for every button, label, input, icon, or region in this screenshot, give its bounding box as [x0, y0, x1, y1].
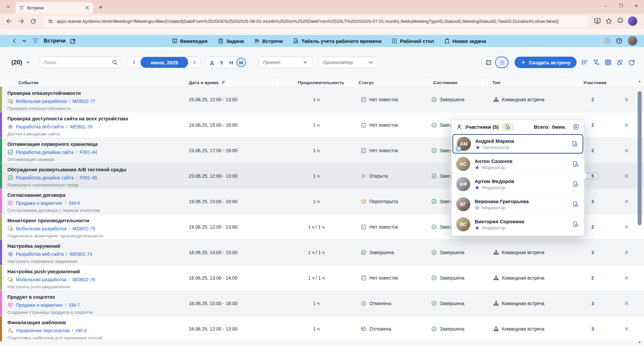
sort-icon[interactable] — [221, 80, 226, 85]
task-code-link[interactable]: WEB01-76 — [69, 124, 92, 129]
nav-dropdown-icon[interactable] — [21, 38, 28, 44]
task-code-link[interactable]: MOB02-75 — [72, 226, 95, 231]
participant-row[interactable]: АС Антон Сазонов Модератор — [451, 154, 584, 174]
user-avatar[interactable] — [628, 36, 637, 46]
organizer-select[interactable]: Организатор — [318, 57, 378, 68]
list-view-button[interactable] — [495, 57, 508, 68]
menu-item-grid[interactable]: Рабочий стол — [391, 38, 434, 44]
delete-meeting-button[interactable] — [620, 275, 633, 281]
browser-profile-avatar[interactable] — [628, 16, 637, 26]
task-code-link[interactable]: F001-44 — [79, 150, 97, 155]
project-link[interactable]: Продажи и маркетинг — [16, 200, 63, 206]
task-code-link[interactable]: F001-45 — [79, 175, 97, 180]
participants-count[interactable]: 3 — [575, 326, 611, 332]
link-button[interactable] — [616, 59, 624, 66]
minimize-button[interactable]: – — [598, 0, 613, 11]
table-row[interactable]: Настройка push-уведомлений Мобильная раз… — [0, 265, 644, 291]
column-header[interactable]: Дата и время — [189, 80, 226, 85]
bookmark-icon[interactable] — [605, 17, 612, 25]
vertical-scrollbar[interactable] — [637, 79, 642, 345]
install-app-icon[interactable] — [594, 17, 601, 25]
participants-count[interactable]: 3 — [575, 250, 611, 255]
extensions-icon[interactable] — [616, 17, 624, 25]
participant-row[interactable]: АМ Андрей Марков Организатор — [452, 134, 583, 154]
search-input[interactable] — [43, 60, 112, 65]
project-link[interactable]: Разработка веб-сайта — [16, 251, 64, 257]
sort-button[interactable] — [581, 59, 588, 66]
column-header[interactable]: Участники — [583, 80, 606, 85]
column-header[interactable]: Продолжительность — [298, 80, 344, 85]
delete-meeting-button[interactable] — [620, 122, 633, 128]
forward-button[interactable] — [16, 16, 26, 26]
column-header[interactable]: Тип — [492, 80, 500, 85]
period-option-Н[interactable]: Н — [227, 58, 236, 67]
period-option-М[interactable]: М — [236, 58, 246, 67]
popup-close-button[interactable] — [573, 123, 580, 130]
search-icon[interactable] — [112, 59, 118, 65]
table-row[interactable]: Проверка отказоустойчивости Мобильная ра… — [0, 87, 644, 112]
participant-timesheet-icon[interactable] — [572, 161, 579, 167]
delete-meeting-button[interactable] — [620, 199, 633, 204]
menu-item-clipboardplus[interactable]: Новая задача — [444, 38, 486, 44]
project-link[interactable]: Разработка дизайна сайта — [16, 175, 74, 180]
create-meeting-button[interactable]: Создать встречу — [515, 57, 577, 68]
scroll-up-icon[interactable] — [637, 79, 642, 84]
participant-timesheet-icon[interactable] — [572, 221, 579, 228]
refresh-button[interactable] — [628, 59, 635, 66]
reload-button[interactable] — [28, 16, 38, 26]
records-count-dropdown[interactable]: (20) — [11, 59, 31, 66]
scroll-down-icon[interactable] — [637, 340, 642, 345]
month-pill[interactable]: июня, 2025 — [141, 57, 188, 68]
help-icon[interactable]: ? — [616, 38, 623, 44]
next-month-button[interactable] — [188, 57, 201, 68]
calendar-view-button[interactable] — [482, 57, 495, 68]
project-select[interactable]: Проект — [259, 57, 312, 68]
delete-meeting-button[interactable] — [620, 97, 633, 102]
participants-count[interactable]: 2 — [575, 97, 611, 102]
participant-row[interactable]: ВГ Вероника Григорьева Модератор — [451, 194, 584, 214]
menu-item-people[interactable]: Встречи — [254, 38, 283, 44]
scrollbar-thumb[interactable] — [638, 91, 642, 225]
open-in-new-icon[interactable] — [70, 38, 76, 44]
delete-meeting-button[interactable] — [620, 224, 633, 230]
site-settings-icon[interactable] — [48, 18, 53, 24]
prev-month-button[interactable] — [128, 57, 141, 68]
task-code-link[interactable]: WEB01-74 — [69, 251, 92, 257]
project-link[interactable]: Мобильная разработка — [16, 226, 66, 231]
delete-meeting-button[interactable] — [620, 250, 633, 255]
delete-meeting-button[interactable] — [620, 148, 633, 153]
participants-count[interactable]: 2 — [575, 275, 611, 281]
table-row[interactable]: Продукт в соцсетях Продажи и маркетинг /… — [0, 291, 644, 316]
nav-back-icon[interactable] — [11, 38, 17, 44]
project-link[interactable]: Разработка веб-сайта — [16, 124, 64, 129]
back-button[interactable] — [4, 16, 14, 26]
delete-meeting-button[interactable] — [620, 326, 633, 332]
project-link[interactable]: Мобильная разработка — [16, 277, 66, 282]
project-link[interactable]: Разработка дизайна сайта — [16, 150, 74, 155]
tab-search-button[interactable] — [3, 2, 13, 12]
task-code-link[interactable]: SM-8 — [69, 200, 80, 206]
browser-tab[interactable]: Встречи — [15, 2, 93, 13]
popup-timesheet-button[interactable] — [502, 123, 514, 131]
menu-item-book[interactable]: Википедия — [172, 38, 208, 44]
maximize-button[interactable]: ❐ — [613, 0, 629, 11]
participant-timesheet-icon[interactable] — [572, 201, 579, 208]
period-option-Д[interactable]: Д — [207, 58, 217, 67]
participant-row[interactable]: ВС Виктория Сорокина Модератор — [451, 214, 584, 234]
participant-timesheet-icon[interactable] — [572, 140, 578, 147]
participant-row[interactable]: АФ Артем Федоров Модератор — [451, 174, 584, 194]
column-header[interactable]: Состояние — [433, 80, 458, 85]
menu-item-clipboard[interactable]: Задачи — [218, 38, 244, 44]
column-header[interactable]: Событие — [18, 80, 39, 85]
task-code-link[interactable]: HR-4 — [76, 328, 87, 333]
task-code-link[interactable]: MOB02-76 — [72, 277, 95, 282]
address-bar[interactable]: apps.teamer.by/demo.html#/Meetings?Meeti… — [43, 16, 589, 27]
table-row[interactable]: Финализация шаблонов Управление персонал… — [0, 316, 644, 342]
delete-meeting-button[interactable] — [620, 173, 633, 179]
tab-close-icon[interactable] — [85, 5, 90, 10]
table-row[interactable]: Настройка окружений Разработка веб-сайта… — [0, 240, 644, 265]
task-code-link[interactable]: SM-7 — [69, 302, 80, 308]
close-window-button[interactable]: ✕ — [629, 0, 644, 11]
column-header[interactable]: Статус — [359, 80, 374, 85]
delete-meeting-button[interactable] — [620, 301, 633, 306]
